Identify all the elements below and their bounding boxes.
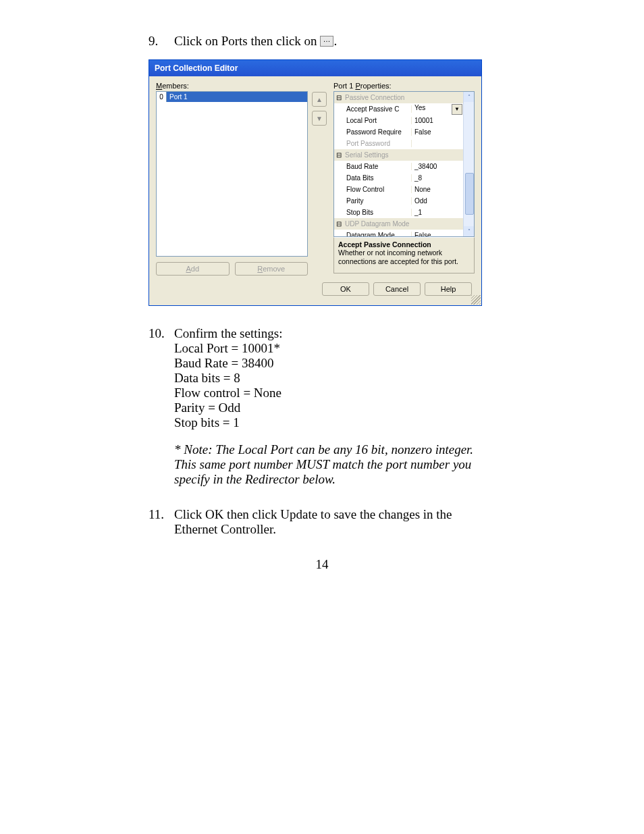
arrow-up-icon: ▲: [316, 96, 323, 103]
ellipsis-icon: [320, 36, 333, 47]
prop-datagram-mode[interactable]: Datagram ModeFalse: [334, 230, 463, 236]
step-10-l2: Baud Rate = 38400: [174, 356, 282, 371]
step-11-num: 11.: [149, 507, 174, 537]
scrollbar[interactable]: ˄ ˅: [463, 92, 474, 236]
port-collection-editor-screenshot: Port Collection Editor Members:Members: …: [149, 59, 495, 306]
step-10-num: 10.: [149, 326, 174, 430]
properties-label: Port 1 Properties:Port 1 Properties:: [333, 82, 475, 90]
members-item-index: 0: [157, 92, 167, 102]
description-text: Whether or not incoming network connecti…: [338, 249, 470, 265]
step-10-l5: Parity = Odd: [174, 400, 282, 415]
members-label: Members:Members:: [156, 82, 308, 90]
move-down-button[interactable]: ▼: [312, 111, 327, 126]
step-9-text-a: Click on Ports then click on: [174, 34, 320, 48]
dialog-title: Port Collection Editor: [149, 60, 481, 76]
prop-baud-rate[interactable]: Baud Rate_38400: [334, 161, 463, 172]
step-10: 10. Confirm the settings: Local Port = 1…: [149, 326, 495, 430]
prop-accept-passive[interactable]: Accept Passive CYes▼: [334, 103, 463, 115]
dropdown-icon[interactable]: ▼: [452, 104, 462, 115]
step-11-text: Click OK then click Update to save the c…: [174, 507, 495, 537]
collapse-icon[interactable]: ⊟: [334, 220, 344, 228]
step-9: 9. Click on Ports then click on .: [149, 34, 495, 49]
collapse-icon[interactable]: ⊟: [334, 151, 344, 159]
prop-data-bits[interactable]: Data Bits_8: [334, 172, 463, 184]
members-item-port1[interactable]: 0 Port 1: [157, 92, 307, 102]
prop-parity[interactable]: ParityOdd: [334, 195, 463, 207]
step-11: 11. Click OK then click Update to save t…: [149, 507, 495, 537]
category-serial-settings[interactable]: ⊟Serial Settings: [334, 149, 463, 161]
step-10-l4: Flow control = None: [174, 386, 282, 400]
scroll-thumb[interactable]: [465, 173, 474, 215]
arrow-down-icon: ▼: [316, 115, 323, 122]
step-10-text: Confirm the settings: Local Port = 10001…: [174, 326, 282, 430]
cancel-button[interactable]: Cancel: [373, 282, 421, 296]
property-grid[interactable]: ⊟Passive Connection Accept Passive CYes▼…: [333, 91, 475, 237]
category-passive-connection[interactable]: ⊟Passive Connection: [334, 92, 463, 103]
step-10-head: Confirm the settings:: [174, 326, 282, 341]
help-button[interactable]: Help: [425, 282, 472, 296]
members-list[interactable]: 0 Port 1: [156, 91, 308, 257]
scroll-up-icon[interactable]: ˄: [464, 92, 474, 102]
ok-button[interactable]: OK: [322, 282, 369, 296]
prop-password-required[interactable]: Password RequireFalse: [334, 126, 463, 138]
step-10-l1: Local Port = 10001*: [174, 341, 282, 356]
step-10-l6: Stop bits = 1: [174, 415, 282, 430]
description-title: Accept Passive Connection: [338, 240, 470, 249]
add-button[interactable]: AddAdd: [156, 262, 230, 276]
prop-flow-control[interactable]: Flow ControlNone: [334, 184, 463, 195]
note-text: * Note: The Local Port can be any 16 bit…: [174, 442, 495, 487]
step-10-l3: Data bits = 8: [174, 371, 282, 386]
property-description: Accept Passive Connection Whether or not…: [333, 237, 475, 273]
prop-port-password[interactable]: Port Password: [334, 138, 463, 149]
members-item-name: Port 1: [167, 92, 307, 102]
move-up-button[interactable]: ▲: [312, 92, 327, 107]
collapse-icon[interactable]: ⊟: [334, 94, 344, 101]
step-9-text: Click on Ports then click on .: [174, 34, 337, 49]
step-9-num: 9.: [149, 34, 174, 49]
resize-grip-icon[interactable]: [471, 295, 481, 305]
page-number: 14: [149, 557, 495, 572]
remove-button[interactable]: RemoveRemove: [235, 262, 308, 276]
scroll-down-icon[interactable]: ˅: [464, 226, 474, 236]
step-9-text-b: .: [333, 34, 337, 48]
prop-local-port[interactable]: Local Port10001: [334, 115, 463, 126]
category-udp-datagram[interactable]: ⊟UDP Datagram Mode: [334, 218, 463, 230]
prop-stop-bits[interactable]: Stop Bits_1: [334, 207, 463, 218]
